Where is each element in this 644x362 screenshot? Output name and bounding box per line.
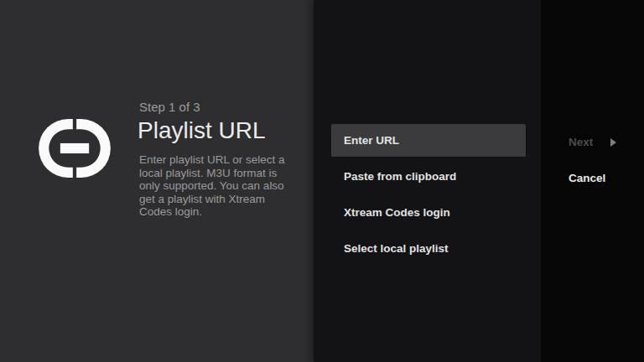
menu-item-paste-from-clipboard[interactable]: Paste from clipboard [331,160,526,193]
page-description: Enter playlist URL or select a local pla… [139,153,299,219]
step-indicator: Step 1 of 3 [139,100,200,115]
wizard-actions-panel: Next Cancel [541,0,644,362]
page-title: Playlist URL [138,116,265,144]
menu-item-xtream-codes-login[interactable]: Xtream Codes login [331,196,526,229]
menu-item-label: Paste from clipboard [344,170,456,183]
options-panel: Enter URL Paste from clipboard Xtream Co… [314,0,541,362]
link-icon [39,119,111,178]
next-button[interactable]: Next [541,126,644,158]
menu-item-enter-url[interactable]: Enter URL [331,124,526,157]
playlist-source-menu: Enter URL Paste from clipboard Xtream Co… [331,124,526,268]
menu-item-label: Enter URL [344,134,399,147]
cancel-button-label: Cancel [569,172,605,184]
menu-item-label: Xtream Codes login [344,206,450,219]
cancel-button[interactable]: Cancel [541,162,644,194]
menu-item-select-local-playlist[interactable]: Select local playlist [331,232,526,265]
play-arrow-icon [610,138,616,147]
info-panel: Step 1 of 3 Playlist URL Enter playlist … [0,0,314,362]
menu-item-label: Select local playlist [344,242,449,255]
next-button-label: Next [569,136,593,148]
